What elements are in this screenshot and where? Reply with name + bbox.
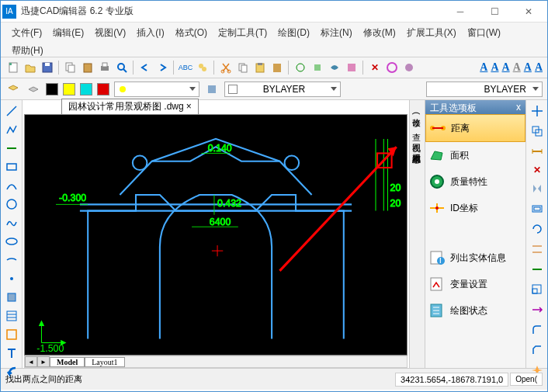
- preview-icon[interactable]: [114, 60, 130, 75]
- paste2-icon[interactable]: [269, 60, 285, 75]
- text-style-a3[interactable]: A: [502, 61, 510, 74]
- hatch-icon[interactable]: [4, 308, 19, 324]
- paste-icon[interactable]: [80, 60, 95, 75]
- spell-icon[interactable]: ABC: [178, 60, 193, 75]
- scroll-left-icon[interactable]: ◄: [25, 356, 37, 367]
- menu-format[interactable]: 格式(O): [171, 25, 212, 41]
- mirror-icon[interactable]: [529, 181, 545, 196]
- redo-icon[interactable]: [154, 60, 170, 75]
- ellipse-icon[interactable]: [4, 234, 19, 249]
- trim-icon[interactable]: [529, 241, 545, 257]
- palette-item-list[interactable]: i 列出实体信息: [425, 245, 525, 271]
- menu-insert[interactable]: 插入(I): [132, 25, 168, 41]
- layer-dropdown[interactable]: [114, 82, 199, 97]
- region-icon[interactable]: [4, 327, 19, 342]
- layout1-tab[interactable]: Layout1: [85, 357, 124, 367]
- move-icon[interactable]: [529, 103, 545, 119]
- rectangle-icon[interactable]: [4, 159, 19, 175]
- chamfer-icon[interactable]: [529, 342, 545, 358]
- color-wheel-icon[interactable]: [384, 60, 400, 75]
- tool-c-icon[interactable]: [327, 60, 342, 75]
- undo-icon[interactable]: [137, 60, 153, 75]
- text-style-a6[interactable]: A: [535, 61, 543, 74]
- palette-item-distance[interactable]: 距离: [425, 114, 525, 142]
- find-icon[interactable]: [195, 60, 210, 75]
- ellipse-arc-icon[interactable]: [4, 252, 19, 268]
- menu-edit[interactable]: 编辑(E): [48, 25, 88, 41]
- save-icon[interactable]: [40, 60, 55, 75]
- text-style-a2[interactable]: A: [491, 61, 498, 74]
- drawing-viewport[interactable]: -1.500: [24, 114, 408, 356]
- extend-icon[interactable]: [529, 262, 545, 277]
- new-file-icon[interactable]: [5, 60, 21, 75]
- side-tab-view[interactable]: 视图: [410, 131, 425, 142]
- ray-icon[interactable]: [4, 140, 19, 156]
- copy-icon[interactable]: [63, 60, 78, 75]
- tool-a-icon[interactable]: [293, 60, 308, 75]
- side-tab-inquiry[interactable]: 查: [410, 120, 425, 131]
- block-icon[interactable]: [4, 290, 19, 305]
- palette-item-massprops[interactable]: 质量特性: [425, 168, 525, 195]
- layer-icon[interactable]: [5, 82, 21, 97]
- close-tab-icon[interactable]: ×: [186, 101, 192, 112]
- spline-icon[interactable]: [4, 215, 19, 231]
- text-style-a5[interactable]: A: [524, 61, 532, 74]
- copy-obj-icon[interactable]: [529, 123, 545, 139]
- tool-b-icon[interactable]: [310, 60, 325, 75]
- arc-icon[interactable]: [4, 178, 19, 193]
- menu-window[interactable]: 窗口(W): [463, 25, 505, 41]
- rotate-icon[interactable]: [529, 221, 545, 237]
- circle-icon[interactable]: [4, 196, 19, 212]
- color-red[interactable]: [97, 83, 109, 95]
- fillet-icon[interactable]: [529, 322, 545, 338]
- menu-dimension[interactable]: 标注(N): [316, 25, 357, 41]
- horizontal-scrollbar[interactable]: ◄ ► Model Layout1: [24, 356, 408, 368]
- delete-x-icon[interactable]: ✕: [367, 60, 383, 75]
- menu-help[interactable]: 帮助(H): [7, 43, 48, 59]
- menu-modify[interactable]: 修改(M): [359, 25, 401, 41]
- menu-extend[interactable]: 扩展工具(X): [402, 25, 461, 41]
- scroll-right-icon[interactable]: ►: [37, 356, 50, 367]
- maximize-button[interactable]: ☐: [477, 2, 512, 22]
- text-style-a1[interactable]: A: [480, 61, 487, 74]
- color-yellow[interactable]: [63, 83, 75, 95]
- scale-icon[interactable]: [529, 282, 545, 297]
- stretch-icon[interactable]: [529, 302, 545, 317]
- text-icon[interactable]: [4, 345, 19, 361]
- linetype-dropdown[interactable]: BYLAYER: [224, 82, 341, 97]
- status-open-button[interactable]: Open(: [510, 373, 543, 386]
- offset-icon[interactable]: [529, 201, 545, 217]
- layer-off-icon[interactable]: [26, 82, 41, 97]
- side-tab-modify[interactable]: 修改(: [410, 106, 425, 120]
- lineweight-dropdown[interactable]: BYLAYER: [426, 82, 543, 97]
- menu-file[interactable]: 文件(F): [7, 25, 47, 41]
- file-tab[interactable]: 园林设计常用景观桥图 .dwg ×: [61, 99, 199, 114]
- menu-tools[interactable]: 定制工具(T): [213, 25, 272, 41]
- palette-item-status[interactable]: 绘图状态: [425, 297, 525, 324]
- palette-close-icon[interactable]: x: [516, 102, 521, 113]
- palette-item-id[interactable]: ID坐标: [425, 195, 525, 221]
- clipboard-icon[interactable]: [252, 60, 268, 75]
- tool-d-icon[interactable]: [344, 60, 359, 75]
- text-style-a4[interactable]: A: [513, 61, 521, 74]
- copy2-icon[interactable]: [235, 60, 251, 75]
- close-button[interactable]: ✕: [512, 2, 546, 22]
- polyline-icon[interactable]: [4, 122, 19, 137]
- palette-item-setvar[interactable]: 变量设置: [425, 271, 525, 297]
- line-icon[interactable]: [4, 103, 19, 119]
- color-black[interactable]: [46, 83, 58, 95]
- erase-icon[interactable]: ✕: [529, 164, 545, 176]
- menu-view[interactable]: 视图(V): [90, 25, 130, 41]
- point-icon[interactable]: [4, 271, 19, 286]
- dim-icon[interactable]: [529, 144, 545, 159]
- model-tab[interactable]: Model: [50, 357, 85, 367]
- menu-draw[interactable]: 绘图(D): [273, 25, 314, 41]
- minimize-button[interactable]: ─: [443, 2, 477, 22]
- open-file-icon[interactable]: [23, 60, 38, 75]
- cut-icon[interactable]: [218, 60, 234, 75]
- palette-item-area[interactable]: 面积: [425, 142, 525, 168]
- color-cyan[interactable]: [80, 83, 92, 95]
- layer-tool-icon[interactable]: [204, 82, 220, 97]
- print-icon[interactable]: [97, 60, 113, 75]
- side-tab-3dorbit[interactable]: 三维动态观察: [410, 142, 425, 153]
